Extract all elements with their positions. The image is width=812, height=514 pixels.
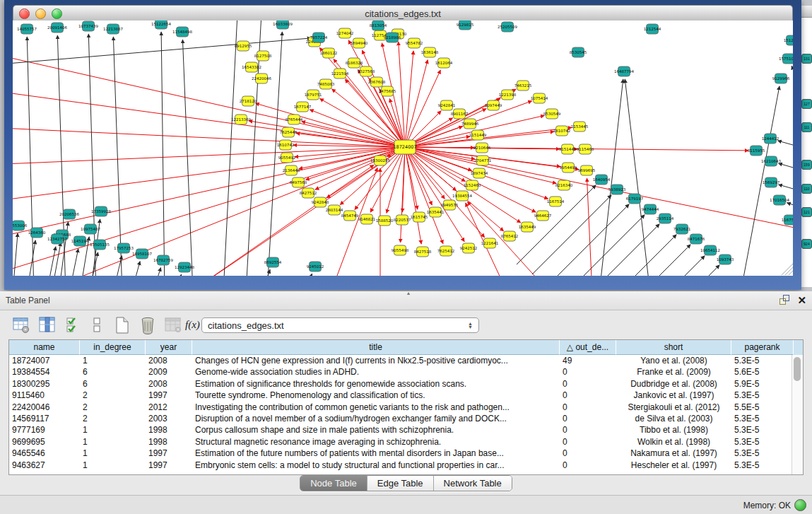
table-row[interactable]: 1456911722003Disruption of a novel membe… [9, 413, 803, 424]
graph-node[interactable]: 9245012 [307, 262, 324, 271]
graph-node[interactable]: 8454749 [341, 211, 359, 221]
graph-node[interactable]: 10737439 [78, 21, 98, 31]
graph-node[interactable]: 1954499 [560, 163, 577, 173]
table-settings-icon[interactable] [13, 316, 31, 334]
graph-node[interactable]: 8216340 [555, 180, 573, 190]
graph-node[interactable]: 2210646 [473, 143, 491, 153]
graph-node[interactable]: 1635441 [427, 207, 445, 217]
close-window-button[interactable] [19, 8, 30, 19]
split-divider-grip[interactable]: ▲ [406, 291, 411, 296]
graph-node[interactable]: 1635449 [519, 222, 536, 232]
table-vertical-scrollbar[interactable] [792, 355, 803, 474]
graph-node[interactable]: 1075414 [531, 93, 548, 103]
graph-node[interactable]: 17016504 [770, 195, 789, 205]
graph-node[interactable]: 8127508 [254, 51, 272, 61]
graph-node[interactable]: 1694940 [351, 38, 368, 48]
graph-node[interactable]: 17957253 [114, 243, 134, 253]
graph-node[interactable]: 9129815 [457, 21, 474, 30]
graph-node[interactable]: 8765412 [501, 231, 519, 241]
graph-node[interactable]: 5938923 [608, 185, 626, 194]
graph-node[interactable]: 1167531 [782, 215, 793, 225]
graph-node[interactable]: 8427512 [300, 188, 317, 198]
graph-node[interactable]: 1615745 [411, 212, 428, 222]
graph-node[interactable]: 8765444 [286, 115, 303, 124]
graph-node[interactable]: 1221641 [481, 238, 499, 248]
graph-node[interactable]: 7704771 [474, 156, 492, 165]
graph-node[interactable]: 9242841 [438, 100, 456, 110]
graph-node[interactable]: 1879751 [305, 90, 322, 100]
function-builder-icon[interactable]: f(x) [185, 319, 200, 337]
graph-node[interactable]: 9464627 [534, 211, 552, 221]
table-select-dropdown[interactable]: citations_edges.txt ▲▼ [201, 317, 479, 333]
table-row[interactable]: 1830029562008Estimation of significance … [9, 378, 803, 390]
graph-node[interactable]: 8692554 [264, 257, 282, 267]
graph-node[interactable]: 9327568 [358, 66, 375, 76]
graph-node[interactable]: 8813054 [370, 21, 387, 30]
column-header-pagerank[interactable]: pagerank [731, 340, 794, 355]
network-window-titlebar[interactable]: citations_edges.txt [13, 5, 793, 22]
canvas-resize-grip[interactable] [782, 264, 793, 275]
float-panel-icon[interactable] [778, 294, 790, 306]
graph-node[interactable]: 12213887 [103, 24, 123, 34]
graph-node[interactable]: 1244412 [762, 134, 779, 144]
graph-node[interactable]: 1612064 [435, 58, 453, 68]
graph-node[interactable]: 11548498 [172, 27, 192, 37]
clear-checks-icon[interactable] [88, 316, 106, 334]
graph-node[interactable]: 15122654 [151, 21, 171, 29]
select-all-checks-icon[interactable] [65, 316, 83, 334]
network-canvas[interactable]: 2240683186012212740421694940112754019861… [13, 21, 793, 276]
graph-node[interactable]: 1093743 [717, 255, 734, 264]
graph-node[interactable]: 18724007 [393, 140, 416, 154]
graph-node[interactable]: 9699695 [578, 165, 596, 175]
graph-node[interactable]: 1221398 [499, 90, 517, 100]
graph-node[interactable]: 8901167 [451, 109, 469, 119]
table-row[interactable]: 911546021997Tourette syndrome. Phenomeno… [9, 390, 803, 401]
new-column-icon[interactable] [113, 316, 131, 334]
graph-node[interactable]: 9474444 [642, 204, 659, 214]
graph-node[interactable]: 9146821 [358, 214, 376, 224]
graph-node[interactable]: 9115460 [577, 144, 594, 154]
minimize-window-button[interactable] [35, 8, 46, 19]
graph-node[interactable]: 14055757 [17, 24, 37, 34]
graph-node[interactable]: 10654112 [700, 245, 720, 255]
graph-node[interactable]: 1221594 [331, 69, 349, 78]
graph-node[interactable]: 16782759 [153, 255, 173, 265]
column-header-in_degree[interactable]: in_degree [80, 340, 146, 355]
column-header-year[interactable]: year [146, 340, 192, 355]
graph-node[interactable]: 10975487 [81, 224, 100, 234]
graph-node[interactable]: 16210643 [761, 156, 781, 166]
graph-node[interactable]: 9129966 [772, 74, 790, 83]
graph-node[interactable]: 8115955 [748, 146, 765, 156]
graph-node[interactable]: 1145194 [71, 236, 89, 246]
graph-node[interactable]: 7485083 [317, 79, 335, 89]
graph-node[interactable]: 1212544 [644, 24, 661, 34]
graph-node[interactable]: 1153445 [571, 122, 589, 132]
graph-node[interactable]: 1897434 [471, 168, 488, 178]
graph-node[interactable]: 20206536 [59, 209, 79, 219]
table-row[interactable]: 2242004622012Investigating the contribut… [9, 402, 803, 413]
table-row[interactable]: 1872400712008Changes of HCN gene express… [9, 355, 803, 366]
graph-node[interactable]: 2367608 [368, 77, 386, 87]
graph-node[interactable]: 22420046 [252, 74, 271, 83]
graph-node[interactable]: 1097449 [485, 100, 502, 110]
zoom-window-button[interactable] [52, 8, 62, 19]
graph-node[interactable]: 8949575 [441, 200, 459, 210]
graph-node[interactable]: 6497568 [290, 177, 307, 187]
graph-node[interactable]: 7489946 [461, 119, 479, 129]
graph-node[interactable]: 8427518 [414, 247, 432, 257]
graph-node[interactable]: 12213369 [231, 115, 251, 124]
graph-node[interactable]: 1569297 [763, 177, 780, 187]
graph-node[interactable]: 2136448 [283, 165, 300, 175]
graph-node[interactable]: 7625412 [437, 246, 455, 256]
tab-network-table[interactable]: Network Table [434, 476, 512, 491]
column-header-short[interactable]: short [616, 340, 731, 355]
graph-node[interactable]: 1512654 [784, 35, 793, 45]
graph-node[interactable]: 1167514 [547, 197, 565, 206]
graph-node[interactable]: 8220537 [394, 215, 411, 225]
delete-column-icon[interactable] [139, 316, 157, 334]
graph-node[interactable]: 20091406 [47, 23, 67, 33]
close-panel-icon[interactable]: ✕ [797, 295, 806, 306]
graph-node[interactable]: 19384554 [452, 191, 472, 201]
graph-node[interactable]: 1810742 [553, 126, 571, 136]
tab-edge-table[interactable]: Edge Table [367, 476, 434, 491]
